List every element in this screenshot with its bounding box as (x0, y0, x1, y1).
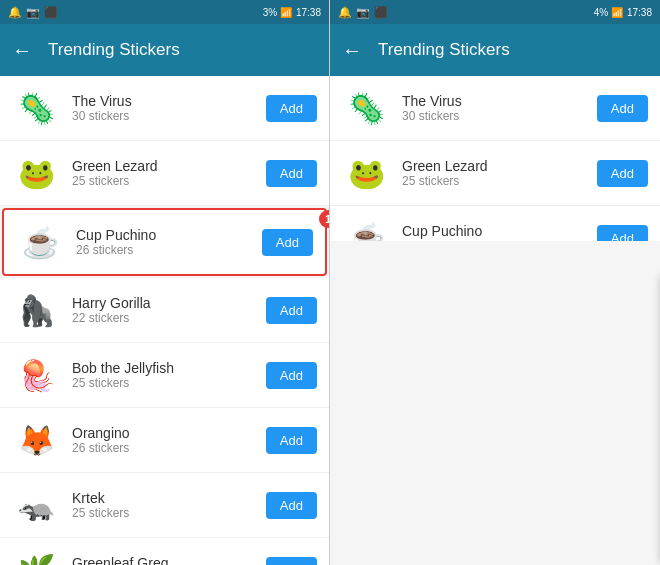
right-camera-icon: 📷 (356, 6, 370, 19)
sticker-list-item[interactable]: 🦠 The Virus 30 stickers Add (0, 76, 329, 141)
sticker-count: 30 stickers (72, 109, 254, 123)
right-sticker-name: Green Lezard (402, 158, 585, 174)
right-sticker-count: 30 stickers (402, 109, 585, 123)
right-status-bar: 🔔 📷 ⬛ 4% 📶 17:38 (330, 0, 660, 24)
left-list-item-wrap: 🐸 Green Lezard 25 stickers Add (0, 141, 329, 206)
left-status-bar: 🔔 📷 ⬛ 3% 📶 17:38 (0, 0, 329, 24)
left-list-item-wrap: 🦊 Orangino 26 stickers Add (0, 408, 329, 473)
sticker-thumb: ☕ (16, 218, 64, 266)
sticker-name: Harry Gorilla (72, 295, 254, 311)
sticker-count: 25 stickers (72, 174, 254, 188)
add-button[interactable]: Add (266, 362, 317, 389)
sticker-name: Krtek (72, 490, 254, 506)
sticker-count: 26 stickers (76, 243, 250, 257)
sticker-thumb: 🐸 (12, 149, 60, 197)
status-bar-left-icons: 🔔 📷 ⬛ (8, 6, 58, 19)
camera-icon: 📷 (26, 6, 40, 19)
sticker-info: Cup Puchino 26 stickers (76, 227, 250, 257)
right-sticker-count: 25 stickers (402, 174, 585, 188)
right-square-icon: ⬛ (374, 6, 388, 19)
right-sticker-info: The Virus 30 stickers (402, 93, 585, 123)
right-add-button[interactable]: Add (597, 160, 648, 187)
sticker-name: Green Lezard (72, 158, 254, 174)
sticker-count: 25 stickers (72, 376, 254, 390)
add-button[interactable]: Add (266, 160, 317, 187)
right-back-button[interactable]: ← (342, 39, 362, 62)
sticker-info: The Virus 30 stickers (72, 93, 254, 123)
right-sticker-thumb: 🐸 (342, 149, 390, 197)
back-button[interactable]: ← (12, 39, 32, 62)
sticker-count: 22 stickers (72, 311, 254, 325)
right-panel: 🔔 📷 ⬛ 4% 📶 17:38 ← Trending Stickers 🦠 T… (330, 0, 660, 565)
sticker-name: Orangino (72, 425, 254, 441)
sticker-info: Bob the Jellyfish 25 stickers (72, 360, 254, 390)
sticker-count: 26 stickers (72, 441, 254, 455)
add-button[interactable]: Add (266, 492, 317, 519)
right-add-button[interactable]: Add (597, 95, 648, 122)
right-sticker-thumb: ☕ (342, 214, 390, 241)
right-sticker-list-item[interactable]: 🦠 The Virus 30 stickers Add (330, 76, 660, 141)
sticker-thumb: 🪼 (12, 351, 60, 399)
sticker-thumb: 🦊 (12, 416, 60, 464)
left-screen-title: Trending Stickers (48, 40, 180, 60)
sticker-name: Bob the Jellyfish (72, 360, 254, 376)
sticker-info: Green Lezard 25 stickers (72, 158, 254, 188)
sticker-info: Krtek 25 stickers (72, 490, 254, 520)
sticker-list-item[interactable]: 🐸 Green Lezard 25 stickers Add (0, 141, 329, 206)
left-list-item-wrap: 🦡 Krtek 25 stickers Add (0, 473, 329, 538)
right-sticker-list: 🦠 The Virus 30 stickers Add 🐸 Green Leza… (330, 76, 660, 241)
right-sticker-thumb: 🦠 (342, 84, 390, 132)
right-add-button[interactable]: Add (597, 225, 648, 242)
sticker-thumb: 🦡 (12, 481, 60, 529)
right-sticker-info: Green Lezard 25 stickers (402, 158, 585, 188)
sticker-list-item[interactable]: ☕ Cup Puchino 26 stickers Add (2, 208, 327, 276)
right-screen-title: Trending Stickers (378, 40, 510, 60)
sticker-name: Cup Puchino (76, 227, 250, 243)
sticker-list-item[interactable]: 🪼 Bob the Jellyfish 25 stickers Add (0, 343, 329, 408)
right-sticker-info: Cup Puchino 26 stickers (402, 223, 585, 241)
left-list-item-wrap: ☕ Cup Puchino 26 stickers Add 1 (0, 208, 329, 276)
sticker-list-item[interactable]: 🦡 Krtek 25 stickers Add (0, 473, 329, 538)
sticker-list-item[interactable]: 🦍 Harry Gorilla 22 stickers Add (0, 278, 329, 343)
sticker-thumb: 🦍 (12, 286, 60, 334)
left-list-item-wrap: 🦍 Harry Gorilla 22 stickers Add (0, 278, 329, 343)
time-display: 17:38 (296, 7, 321, 18)
left-top-bar: ← Trending Stickers (0, 24, 329, 76)
right-time-display: 17:38 (627, 7, 652, 18)
battery-text: 3% 📶 (263, 7, 292, 18)
right-status-bar-left: 🔔 📷 ⬛ (338, 6, 388, 19)
add-button[interactable]: Add (266, 427, 317, 454)
status-bar-right: 3% 📶 17:38 (263, 7, 321, 18)
right-status-bar-right: 4% 📶 17:38 (594, 7, 652, 18)
left-list-item-wrap: 🌿 Greenleaf Greg 25 stickers Add (0, 538, 329, 565)
add-button[interactable]: Add (262, 229, 313, 256)
left-panel: 🔔 📷 ⬛ 3% 📶 17:38 ← Trending Stickers 🦠 T… (0, 0, 330, 565)
notification-icon: 🔔 (8, 6, 22, 19)
add-button[interactable]: Add (266, 557, 317, 566)
left-sticker-list: 🦠 The Virus 30 stickers Add 🐸 Green Leza… (0, 76, 329, 565)
sticker-list-item[interactable]: 🌿 Greenleaf Greg 25 stickers Add (0, 538, 329, 565)
right-notification-icon: 🔔 (338, 6, 352, 19)
sticker-thumb: 🦠 (12, 84, 60, 132)
sticker-thumb: 🌿 (12, 546, 60, 565)
add-button[interactable]: Add (266, 297, 317, 324)
left-list-item-wrap: 🦠 The Virus 30 stickers Add (0, 76, 329, 141)
right-sticker-name: Cup Puchino (402, 223, 585, 239)
right-battery-text: 4% 📶 (594, 7, 623, 18)
sticker-info: Harry Gorilla 22 stickers (72, 295, 254, 325)
sticker-name: The Virus (72, 93, 254, 109)
sticker-list-item[interactable]: 🦊 Orangino 26 stickers Add (0, 408, 329, 473)
left-list-item-wrap: 🪼 Bob the Jellyfish 25 stickers Add (0, 343, 329, 408)
right-sticker-list-item[interactable]: ☕ Cup Puchino 26 stickers Add (330, 206, 660, 241)
right-sticker-count: 26 stickers (402, 239, 585, 241)
add-button[interactable]: Add (266, 95, 317, 122)
sticker-info: Orangino 26 stickers (72, 425, 254, 455)
square-icon: ⬛ (44, 6, 58, 19)
right-top-bar: ← Trending Stickers (330, 24, 660, 76)
sticker-info: Greenleaf Greg 25 stickers (72, 555, 254, 565)
sticker-count: 25 stickers (72, 506, 254, 520)
right-sticker-list-item[interactable]: 🐸 Green Lezard 25 stickers Add (330, 141, 660, 206)
right-sticker-name: The Virus (402, 93, 585, 109)
sticker-name: Greenleaf Greg (72, 555, 254, 565)
